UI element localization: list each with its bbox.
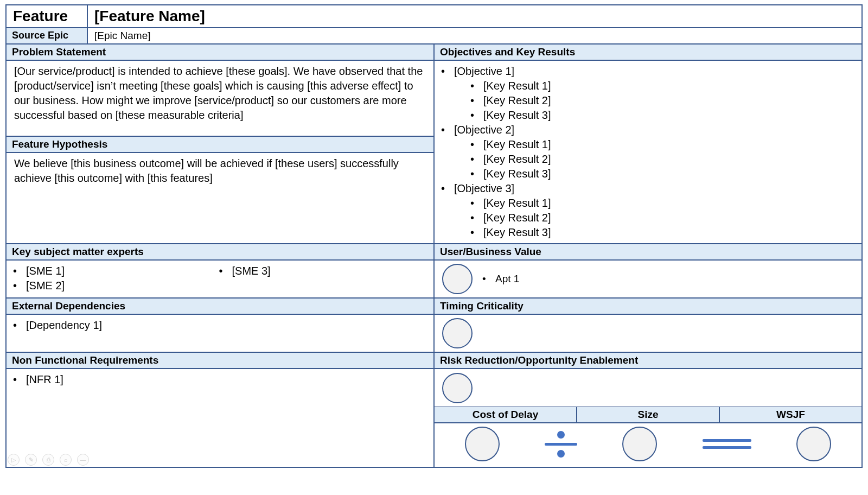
presenter-toolbar: ▷✎⎙⌕— bbox=[8, 454, 89, 466]
ubv-header: User/Business Value bbox=[434, 244, 862, 260]
okr-key-result: [Key Result 1] bbox=[483, 79, 854, 93]
size-label: Size bbox=[577, 407, 719, 423]
sme-item: [SME 1] bbox=[26, 264, 220, 278]
sme-ubv-body-row: [SME 1][SME 2][SME 3] Apt 1 bbox=[6, 260, 862, 298]
feature-hypothesis-body: We believe [this business outcome] will … bbox=[6, 153, 434, 244]
cost-of-delay-label: Cost of Delay bbox=[434, 407, 577, 423]
okr-objective: [Objective 1][Key Result 1][Key Result 2… bbox=[454, 64, 854, 123]
nfr-rroe-body-row: [NFR 1] Cost of Delay Size WSJF bbox=[6, 369, 862, 467]
ubv-item: Apt 1 bbox=[495, 273, 519, 285]
size-circle bbox=[622, 427, 657, 461]
problem-statement-body: [Our service/product] is intended to ach… bbox=[6, 60, 434, 136]
presenter-button-0[interactable]: ▷ bbox=[8, 454, 20, 466]
problem-okr-body-row: [Our service/product] is intended to ach… bbox=[6, 60, 862, 244]
epic-value: [Epic Name] bbox=[87, 28, 862, 44]
wsjf-header-row: Cost of Delay Size WSJF bbox=[434, 407, 862, 423]
nfr-header: Non Functional Requirements bbox=[6, 352, 434, 369]
rroe-body bbox=[434, 369, 862, 407]
presenter-button-2[interactable]: ⎙ bbox=[42, 454, 54, 466]
sme-item: [SME 2] bbox=[26, 278, 220, 293]
okr-key-result: [Key Result 2] bbox=[483, 152, 854, 167]
rroe-header: Risk Reduction/Opportunity Enablement bbox=[434, 352, 862, 369]
timing-header: Timing Criticality bbox=[434, 298, 862, 314]
presenter-button-3[interactable]: ⌕ bbox=[60, 454, 72, 466]
deps-timing-body-row: [Dependency 1] bbox=[6, 314, 862, 352]
nfr-body: [NFR 1] bbox=[6, 369, 434, 467]
epic-row: Source Epic [Epic Name] bbox=[6, 28, 862, 44]
presenter-button-1[interactable]: ✎ bbox=[25, 454, 37, 466]
cost-of-delay-circle bbox=[465, 427, 500, 461]
section-hdr-row-4: Non Functional Requirements Risk Reducti… bbox=[6, 352, 862, 369]
section-hdr-row-1: Problem Statement Objectives and Key Res… bbox=[6, 44, 862, 60]
rroe-score-circle bbox=[442, 373, 473, 403]
title-row: Feature [Feature Name] bbox=[6, 5, 862, 28]
okr-header: Objectives and Key Results bbox=[434, 44, 862, 60]
nfr-item: [NFR 1] bbox=[26, 372, 426, 387]
divide-icon bbox=[545, 431, 577, 458]
section-hdr-row-3: External Dependencies Timing Criticality bbox=[6, 298, 862, 314]
sme-body: [SME 1][SME 2][SME 3] bbox=[6, 260, 434, 298]
okr-key-result: [Key Result 1] bbox=[483, 137, 854, 152]
okr-key-result: [Key Result 2] bbox=[483, 93, 854, 108]
ubv-body: Apt 1 bbox=[434, 260, 862, 298]
timing-score-circle bbox=[442, 318, 473, 348]
feature-hypothesis-header: Feature Hypothesis bbox=[6, 136, 434, 153]
okr-objective: [Objective 2][Key Result 1][Key Result 2… bbox=[454, 123, 854, 181]
okr-objective: [Objective 3][Key Result 1][Key Result 2… bbox=[454, 181, 854, 240]
deps-header: External Dependencies bbox=[6, 298, 434, 314]
feature-card-frame: Feature [Feature Name] Source Epic [Epic… bbox=[5, 4, 863, 468]
okr-key-result: [Key Result 3] bbox=[483, 167, 854, 181]
timing-body bbox=[434, 314, 862, 352]
feature-label: Feature bbox=[6, 5, 87, 28]
okr-key-result: [Key Result 3] bbox=[483, 225, 854, 240]
deps-body: [Dependency 1] bbox=[6, 314, 434, 352]
okr-key-result: [Key Result 3] bbox=[483, 108, 854, 123]
sme-item: [SME 3] bbox=[232, 264, 426, 278]
problem-statement-header: Problem Statement bbox=[6, 44, 434, 60]
okr-key-result: [Key Result 1] bbox=[483, 196, 854, 211]
feature-name-value: [Feature Name] bbox=[87, 5, 862, 28]
dependency-item: [Dependency 1] bbox=[26, 318, 426, 333]
wsjf-circle bbox=[796, 427, 831, 461]
wsjf-calc-row bbox=[434, 423, 862, 467]
ubv-list: Apt 1 bbox=[483, 273, 519, 285]
epic-label: Source Epic bbox=[6, 28, 87, 44]
wsjf-label: WSJF bbox=[719, 407, 862, 423]
okr-body: [Objective 1][Key Result 1][Key Result 2… bbox=[434, 60, 862, 244]
presenter-button-4[interactable]: — bbox=[77, 454, 89, 466]
section-hdr-row-2: Key subject matter experts User/Business… bbox=[6, 244, 862, 260]
equals-icon bbox=[703, 439, 751, 449]
okr-key-result: [Key Result 2] bbox=[483, 211, 854, 225]
sme-header: Key subject matter experts bbox=[6, 244, 434, 260]
ubv-score-circle bbox=[442, 264, 473, 294]
